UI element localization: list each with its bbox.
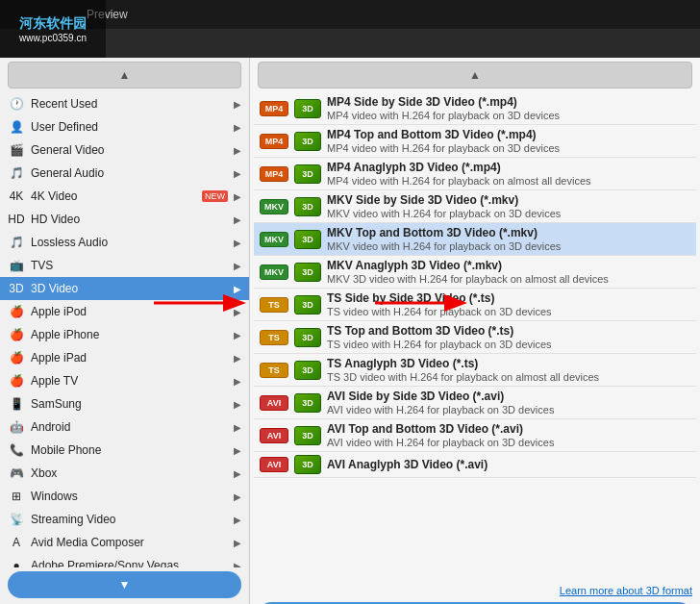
sidebar-item-user-defined[interactable]: 👤User Defined▶ bbox=[0, 115, 249, 138]
scroll-down-button-left[interactable]: ▼ bbox=[8, 571, 241, 598]
4k-icon: 4K bbox=[8, 189, 25, 204]
sidebar-item-apple-iphone[interactable]: 🍎Apple iPhone▶ bbox=[0, 323, 249, 346]
format-title: MP4 Top and Bottom 3D Video (*.mp4) bbox=[327, 128, 560, 141]
adobe-icon: ● bbox=[8, 558, 25, 567]
format-badge: MP4 bbox=[260, 101, 288, 116]
sidebar-item-label: Apple iPad bbox=[31, 351, 228, 365]
sidebar-item-recent-used[interactable]: 🕐Recent Used▶ bbox=[0, 92, 249, 115]
format-badge: TS bbox=[260, 363, 288, 378]
chevron-right-icon: ▶ bbox=[234, 515, 241, 525]
android-icon: 🤖 bbox=[8, 419, 25, 435]
sidebar-item-label: General Video bbox=[31, 143, 228, 157]
sidebar-item-label: Apple TV bbox=[31, 374, 228, 388]
sidebar-item-apple-ipod[interactable]: 🍎Apple iPod▶ bbox=[0, 300, 249, 323]
3d-icon: 3D bbox=[294, 132, 321, 151]
format-badge: MKV bbox=[260, 199, 288, 214]
chevron-right-icon: ▶ bbox=[234, 122, 241, 133]
3d-icon: 3D bbox=[294, 393, 321, 413]
sidebar-item-apple-tv[interactable]: 🍎Apple TV▶ bbox=[0, 369, 249, 392]
format-item-ts-sbs[interactable]: TS3DTS Side by Side 3D Video (*.ts)TS vi… bbox=[254, 289, 696, 321]
format-item-ts-anaglyph[interactable]: TS3DTS Anaglyph 3D Video (*.ts)TS 3D vid… bbox=[254, 354, 696, 387]
format-item-mkv-topbottom[interactable]: MKV3DMKV Top and Bottom 3D Video (*.mkv)… bbox=[254, 223, 696, 256]
format-item-mkv-anaglyph[interactable]: MKV3DMKV Anaglyph 3D Video (*.mkv)MKV 3D… bbox=[254, 256, 696, 289]
sidebar-item-apple-ipad[interactable]: 🍎Apple iPad▶ bbox=[0, 346, 249, 369]
format-badge: AVI bbox=[260, 395, 288, 411]
new-badge: NEW bbox=[202, 190, 228, 202]
chevron-right-icon: ▶ bbox=[234, 353, 241, 364]
sidebar-item-avid[interactable]: AAvid Media Composer▶ bbox=[0, 531, 249, 554]
format-item-mp4-sbs[interactable]: MP43DMP4 Side by Side 3D Video (*.mp4)MP… bbox=[254, 92, 696, 125]
chevron-right-icon: ▶ bbox=[234, 445, 241, 456]
format-item-avi-topbottom[interactable]: AVI3DAVI Top and Bottom 3D Video (*.avi)… bbox=[254, 419, 696, 452]
sidebar-item-label: Mobile Phone bbox=[31, 443, 228, 457]
format-item-ts-topbottom[interactable]: TS3DTS Top and Bottom 3D Video (*.ts)TS … bbox=[254, 321, 696, 354]
sidebar-item-general-audio[interactable]: 🎵General Audio▶ bbox=[0, 162, 249, 185]
format-desc: MP4 video with H.264 for playback on 3D … bbox=[327, 142, 560, 154]
chevron-right-icon: ▶ bbox=[234, 422, 241, 433]
format-list: MP43DMP4 Side by Side 3D Video (*.mp4)MP… bbox=[250, 92, 700, 583]
apple-icon: 🍎 bbox=[8, 373, 25, 389]
format-title: MP4 Anaglyph 3D Video (*.mp4) bbox=[327, 161, 591, 174]
chevron-up-icon: ▲ bbox=[119, 68, 131, 82]
format-title: MKV Side by Side 3D Video (*.mkv) bbox=[327, 193, 561, 207]
user-icon: 👤 bbox=[8, 119, 25, 135]
3d-icon: 3D bbox=[294, 426, 321, 445]
category-list: 🕐Recent Used▶👤User Defined▶🎬General Vide… bbox=[0, 92, 249, 567]
format-desc: TS 3D video with H.264 for playback on a… bbox=[327, 371, 599, 383]
sidebar-item-label: Recent Used bbox=[31, 97, 228, 111]
sidebar-item-android[interactable]: 🤖Android▶ bbox=[0, 415, 249, 439]
format-badge: AVI bbox=[260, 428, 288, 443]
sidebar-item-label: Adobe Premiere/Sony Vegas bbox=[31, 559, 228, 567]
scroll-up-button[interactable]: ▲ bbox=[8, 62, 241, 88]
chevron-right-icon: ▶ bbox=[234, 538, 241, 548]
format-item-mp4-anaglyph[interactable]: MP43DMP4 Anaglyph 3D Video (*.mp4)MP4 vi… bbox=[254, 158, 696, 190]
sidebar-item-4k-video[interactable]: 4K4K VideoNEW▶ bbox=[0, 185, 249, 208]
format-badge: TS bbox=[260, 330, 288, 345]
learn-more-link[interactable]: Learn more about 3D format bbox=[250, 583, 700, 598]
chevron-right-icon: ▶ bbox=[234, 307, 241, 317]
sidebar-item-samsung[interactable]: 📱SamSung▶ bbox=[0, 392, 249, 415]
chevron-right-icon: ▶ bbox=[234, 145, 241, 156]
chevron-up-icon-right: ▲ bbox=[469, 68, 481, 82]
format-title: MKV Top and Bottom 3D Video (*.mkv) bbox=[327, 226, 561, 239]
format-desc: AVI video with H.264 for playback on 3D … bbox=[327, 437, 554, 448]
chevron-down-icon: ▼ bbox=[119, 578, 131, 591]
format-item-avi-sbs[interactable]: AVI3DAVI Side by Side 3D Video (*.avi)AV… bbox=[254, 387, 696, 419]
sidebar-item-label: SamSung bbox=[31, 397, 228, 411]
format-item-mp4-topbottom[interactable]: MP43DMP4 Top and Bottom 3D Video (*.mp4)… bbox=[254, 125, 696, 158]
format-item-mkv-sbs[interactable]: MKV3DMKV Side by Side 3D Video (*.mkv)MK… bbox=[254, 190, 696, 223]
sidebar-item-general-video[interactable]: 🎬General Video▶ bbox=[0, 138, 249, 162]
sidebar-item-3d-video[interactable]: 3D3D Video▶ bbox=[0, 277, 249, 300]
format-title: AVI Top and Bottom 3D Video (*.avi) bbox=[327, 422, 554, 436]
format-badge: AVI bbox=[260, 457, 288, 472]
chevron-right-icon: ▶ bbox=[234, 168, 241, 179]
sidebar-item-lossless-audio[interactable]: 🎵Lossless Audio▶ bbox=[0, 231, 249, 254]
format-desc: MP4 video with H.264 for playback on 3D … bbox=[327, 110, 560, 121]
3d-icon: 3D bbox=[294, 230, 321, 249]
sidebar-item-label: TVS bbox=[31, 259, 228, 272]
sidebar-item-windows[interactable]: ⊞Windows▶ bbox=[0, 485, 249, 508]
sidebar-item-hd-video[interactable]: HDHD Video▶ bbox=[0, 208, 249, 231]
3d-icon: 3D bbox=[294, 361, 321, 380]
format-badge: MKV bbox=[260, 264, 288, 280]
sidebar-item-adobe[interactable]: ●Adobe Premiere/Sony Vegas▶ bbox=[0, 554, 249, 567]
3d-icon: 3D bbox=[294, 328, 321, 347]
main-area: ▲ 🕐Recent Used▶👤User Defined▶🎬General Vi… bbox=[0, 58, 700, 604]
format-item-avi-anaglyph[interactable]: AVI3DAVI Anaglyph 3D Video (*.avi) bbox=[254, 452, 696, 478]
chevron-right-icon: ▶ bbox=[234, 191, 241, 202]
3d-icon: 3D bbox=[294, 455, 321, 474]
format-title: AVI Side by Side 3D Video (*.avi) bbox=[327, 390, 554, 403]
sidebar-item-xbox[interactable]: 🎮Xbox▶ bbox=[0, 462, 249, 485]
sidebar-item-label: General Audio bbox=[31, 166, 228, 180]
sidebar-item-streaming[interactable]: 📡Streaming Video▶ bbox=[0, 508, 249, 531]
sidebar-item-mobile-phone[interactable]: 📞Mobile Phone▶ bbox=[0, 439, 249, 462]
3d-icon: 3D bbox=[294, 295, 321, 315]
sidebar-item-tvs[interactable]: 📺TVS▶ bbox=[0, 254, 249, 277]
stream-icon: 📡 bbox=[8, 512, 25, 527]
sidebar-item-label: Android bbox=[31, 420, 228, 434]
scroll-up-button-right[interactable]: ▲ bbox=[258, 62, 692, 88]
phone-icon: 📞 bbox=[8, 442, 25, 458]
format-desc: MKV 3D video with H.264 for playback on … bbox=[327, 273, 609, 285]
3d-icon: 3D bbox=[294, 164, 321, 184]
format-title: TS Top and Bottom 3D Video (*.ts) bbox=[327, 324, 552, 338]
